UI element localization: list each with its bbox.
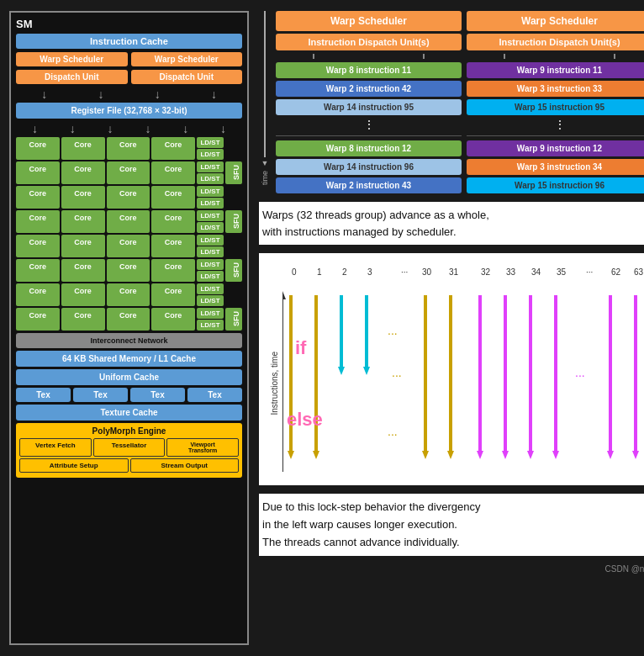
arrow-down-4: ↓ [211, 87, 217, 101]
warp-instr-r-1: Warp 9 instruction 11 [467, 62, 644, 78]
divergence-area: Instructions, time [262, 287, 644, 480]
tnum-3: 3 [367, 267, 372, 277]
tex-4: Tex [187, 388, 242, 402]
core-2-4: Core [151, 161, 195, 184]
tnum-1: 1 [317, 267, 322, 277]
core-4-1: Core [16, 210, 60, 233]
ldst-11: LD/ST [197, 259, 224, 270]
tex-3: Tex [130, 388, 185, 402]
svg-marker-7 [338, 367, 345, 375]
core-8-4: Core [151, 308, 195, 331]
watermark: CSDN @n5 [259, 564, 644, 574]
sfu-right-2: SFU [225, 161, 242, 184]
core-7-2: Core [61, 283, 105, 306]
core-row-8: Core Core Core Core LD/ST LD/ST SFU [16, 308, 242, 331]
y-axis-label: Instructions, time [262, 352, 279, 415]
sfu-label-4: SFU [225, 308, 242, 331]
warp-instr-l-2: Warp 2 instruction 42 [276, 81, 462, 97]
ldst-14: LD/ST [197, 295, 224, 306]
instruction-cache: Instruction Cache [16, 34, 242, 49]
core-2-2: Core [61, 161, 105, 184]
core-1-2: Core [61, 137, 105, 160]
tnum-dots2: ··· [586, 267, 593, 277]
idu-left-header: Instruction Dispatch Unit(s) [276, 34, 462, 50]
ws-left-header: Warp Scheduler [276, 11, 462, 31]
attribute-setup: Attribute Setup [19, 458, 129, 473]
arrow-rf-5: ↓ [182, 122, 188, 135]
sfu-label-3: SFU [225, 259, 242, 282]
core-row-7: Core Core Core Core LD/ST LD/ST [16, 283, 242, 306]
sm-panel: SM Instruction Cache Warp Scheduler Warp… [9, 11, 249, 645]
thread-nums-svg: 0 1 2 3 ··· 30 31 32 33 34 35 ··· 62 63 [288, 258, 644, 283]
core-5-4: Core [151, 235, 195, 257]
sfu-label-1: SFU [225, 161, 242, 184]
main-container: SM Instruction Cache Warp Scheduler Warp… [3, 4, 641, 652]
svg-marker-22 [552, 451, 559, 459]
ldst-1: LD/ST [197, 137, 224, 148]
vertex-fetch: Vertex Fetch [19, 438, 92, 457]
svg-marker-18 [502, 451, 509, 459]
warp-dots-l: ⋮ [276, 118, 462, 131]
ldst-col-2: LD/ST LD/ST [197, 161, 224, 184]
svg-marker-12 [422, 451, 429, 459]
svg-marker-9 [363, 367, 370, 375]
sfu-right-4: SFU [225, 210, 242, 233]
tnum-2: 2 [342, 267, 347, 277]
core-2-3: Core [107, 161, 150, 184]
ldst-10: LD/ST [197, 246, 224, 257]
warp-scheduler-diagram: ▼ time Warp Scheduler Instruction Dispat… [259, 11, 644, 193]
explanation-1-text: Warps (32 threads group) advance as a wh… [262, 209, 489, 238]
svg-marker-25 [607, 451, 614, 459]
core-row-4: Core Core Core Core LD/ST LD/ST SFU [16, 210, 242, 233]
sfu-right-6: SFU [225, 259, 242, 282]
core-1-1: Core [16, 137, 60, 160]
dispatch-unit-right: Dispatch Unit [131, 70, 243, 84]
tnum-30: 30 [422, 267, 432, 277]
idu-right-header: Instruction Dispatch Unit(s) [467, 34, 644, 50]
tex-1: Tex [16, 388, 71, 402]
svg-marker-1 [282, 291, 286, 299]
tnum-35: 35 [557, 267, 567, 277]
arrow-rf-3: ↓ [108, 122, 113, 135]
core-row-6: Core Core Core Core LD/ST LD/ST SFU [16, 259, 242, 282]
tnum-32: 32 [481, 267, 491, 277]
arrow-down-1: ↓ [41, 87, 47, 101]
polymorph-engine: PolyMorph Engine Vertex Fetch Tessellato… [16, 423, 242, 478]
core-row-2: Core Core Core Core LD/ST LD/ST SFU [16, 161, 242, 184]
core-3-4: Core [151, 186, 195, 209]
core-7-3: Core [107, 283, 150, 306]
svg-marker-27 [632, 451, 639, 459]
core-3-2: Core [61, 186, 105, 209]
core-3-1: Core [16, 186, 60, 209]
ldst-8: LD/ST [197, 222, 224, 233]
interconnect-network: Interconnect Network [16, 333, 242, 348]
tnum-63: 63 [634, 267, 644, 277]
explanation-1: Warps (32 threads group) advance as a wh… [259, 202, 644, 245]
core-8-2: Core [61, 308, 105, 331]
ldst-col-6: LD/ST LD/ST [197, 259, 224, 282]
core-row-5: Core Core Core Core LD/ST LD/ST [16, 235, 242, 257]
tnum-dots1: ··· [401, 267, 408, 277]
ldst-col-5: LD/ST LD/ST [197, 235, 224, 257]
warp-right-column: Warp Scheduler Instruction Dispatch Unit… [467, 11, 644, 193]
warp-instr-r-2: Warp 3 instruction 33 [467, 81, 644, 97]
warp-instr-l-5: Warp 8 instruction 12 [276, 140, 462, 156]
ldst-15: LD/ST [197, 308, 224, 319]
explanation-2: Due to this lock-step behavior the diver… [259, 494, 644, 556]
arrows-down-row: ↓ ↓ ↓ ↓ [16, 87, 242, 101]
svg-text:···: ··· [392, 368, 402, 382]
core-row-1: Core Core Core Core LD/ST LD/ST [16, 137, 242, 160]
sfu-spacer-3 [225, 186, 242, 209]
core-7-1: Core [16, 283, 60, 306]
time-axis: ▼ time [259, 11, 271, 193]
core-5-2: Core [61, 235, 105, 257]
register-file: Register File (32,768 × 32-bit) [16, 103, 242, 119]
shared-memory: 64 KB Shared Memory / L1 Cache [16, 351, 242, 367]
tnum-0: 0 [292, 267, 297, 277]
arrow-rf-6: ↓ [220, 122, 226, 135]
time-label-text: time [261, 171, 269, 185]
dispatch-unit-left: Dispatch Unit [16, 70, 128, 84]
core-8-1: Core [16, 308, 60, 331]
svg-marker-3 [288, 451, 294, 459]
core-row-3: Core Core Core Core LD/ST LD/ST [16, 186, 242, 209]
